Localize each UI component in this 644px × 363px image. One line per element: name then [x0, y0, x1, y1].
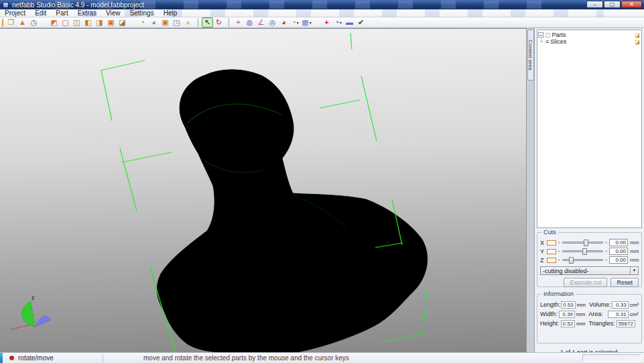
execute-cut-button[interactable]: Execute cut	[564, 278, 607, 287]
menu-item-project[interactable]: Project	[0, 9, 30, 17]
slider-right-arrow-icon[interactable]: ›	[605, 240, 607, 246]
menu-item-extras[interactable]: Extras	[73, 9, 101, 17]
toolbar: ❐▲◷◩▢◫◧◨▣◪◔◕▣◳⌕↖↻⌖◍∠◎◕◔▾▦▾+◔▾▬✔	[0, 17, 644, 28]
toolbar-separator	[229, 18, 229, 27]
close-button[interactable]: ✕	[621, 1, 642, 8]
rotate-move-tool-button[interactable]: ↻	[213, 17, 224, 28]
information-group-label: Information	[541, 291, 576, 297]
view-left-icon: ◧	[84, 19, 91, 26]
cut-plane-swatch[interactable]	[547, 240, 556, 246]
zoom-window-button[interactable]: ◳	[171, 17, 182, 28]
snapshot-button[interactable]: ▦▾	[301, 17, 312, 28]
cut-slider-x[interactable]	[562, 242, 604, 244]
slider-left-arrow-icon[interactable]: ‹	[558, 240, 560, 246]
project-history-button[interactable]: ◷	[28, 17, 40, 28]
menu-item-settings[interactable]: Settings	[125, 9, 159, 17]
repair-status-button[interactable]: ◕	[278, 17, 289, 28]
auto-repair-icon: ◔	[334, 19, 339, 26]
cut-value-x[interactable]: 0.00	[609, 239, 628, 246]
zoom-window-icon: ◳	[173, 19, 180, 26]
zoom-all-icon: ◔	[140, 19, 145, 26]
repair-part-button[interactable]: +	[321, 17, 332, 28]
open-project-button[interactable]: ❐	[5, 17, 17, 28]
view-isometric-icon: ◩	[50, 19, 57, 26]
cut-slider-y[interactable]	[562, 250, 604, 252]
axis-plane-blue	[35, 316, 51, 327]
info-value: 0.52	[561, 320, 576, 327]
toolbar-group-file: ❐▲◷	[5, 17, 40, 28]
slider-left-arrow-icon[interactable]: ‹	[558, 249, 560, 254]
zoom-parts-button[interactable]: ◕	[148, 17, 159, 28]
cut-row-x: X‹›0.00mm	[540, 238, 639, 247]
snapshot-icon: ▦	[302, 19, 308, 26]
reset-button[interactable]: Reset	[610, 278, 639, 287]
view-bottom-button[interactable]: ◪	[117, 17, 128, 28]
apply-check-button[interactable]: ✔	[355, 17, 367, 28]
cut-unit: mm	[630, 257, 639, 263]
auto-repair-button[interactable]: ◔▾	[332, 17, 344, 28]
magnifier-button[interactable]: ⌕	[182, 17, 194, 28]
view-left-button[interactable]: ◧	[82, 17, 94, 28]
maximize-button[interactable]: ▢	[604, 1, 621, 8]
measure-capsule-button[interactable]: ▬	[344, 17, 355, 28]
repair-part-icon: +	[324, 19, 328, 26]
slice-visibility-icon[interactable]: ◪	[635, 39, 640, 45]
menu-item-view[interactable]: View	[101, 9, 125, 17]
slider-right-arrow-icon[interactable]: ›	[605, 249, 607, 254]
info-label: Width:	[540, 311, 558, 317]
slider-thumb[interactable]	[582, 248, 587, 255]
view-top-button[interactable]: ▣	[105, 17, 117, 28]
slider-thumb[interactable]	[569, 257, 574, 264]
view-front-button[interactable]: ▢	[60, 17, 71, 28]
slider-right-arrow-icon[interactable]: ›	[605, 258, 607, 263]
minimize-button[interactable]: –	[586, 1, 603, 8]
chevron-down-icon[interactable]: ▼	[630, 267, 638, 274]
measure-point-icon: ⌖	[236, 19, 240, 26]
record-dot-icon	[9, 356, 14, 360]
viewport-3d[interactable]: z	[0, 28, 526, 352]
statistics-button[interactable]: ◔▾	[289, 17, 301, 28]
cut-plane-swatch[interactable]	[547, 258, 556, 263]
slider-thumb[interactable]	[584, 240, 588, 246]
toolbar-group-select-tools: ↖↻	[202, 17, 224, 28]
cut-value-z[interactable]: 0.00	[609, 256, 628, 264]
menu-item-help[interactable]: Help	[159, 9, 182, 17]
tree-expander[interactable]: −	[538, 32, 543, 38]
zoom-all-button[interactable]: ◔	[137, 17, 148, 28]
tree-item-parts[interactable]: −◫Parts◪	[538, 32, 641, 38]
axis-plane-green	[21, 301, 35, 327]
select-arrow-button[interactable]: ↖	[202, 17, 213, 28]
toolbar-group-zoom: ◔◕▣◳⌕	[137, 17, 194, 28]
menu-item-part[interactable]: Part	[51, 9, 72, 17]
measure-point-button[interactable]: ⌖	[233, 17, 244, 28]
bust-model[interactable]	[154, 62, 436, 353]
view-back-icon: ◫	[73, 19, 80, 26]
repair-status-icon: ◕	[281, 19, 286, 26]
project-history-icon: ◷	[31, 19, 38, 26]
view-isometric-button[interactable]: ◩	[48, 17, 60, 28]
add-part-button[interactable]: ▲	[17, 17, 28, 28]
info-label: Area:	[588, 311, 606, 317]
cutting-mode-value: -cutting disabled-	[543, 268, 589, 274]
netfabb-window: netfabb Studio Basic 4.9 - model.fabbpro…	[0, 0, 644, 363]
cut-value-y[interactable]: 0.00	[609, 248, 628, 255]
cut-slider-z[interactable]	[562, 259, 604, 261]
view-back-button[interactable]: ◫	[71, 17, 82, 28]
cut-plane-swatch[interactable]	[547, 249, 556, 254]
cut-row-y: Y‹›0.00mm	[540, 247, 639, 256]
measure-angle-button[interactable]: ∠	[255, 17, 267, 28]
axis-label: Y	[540, 248, 545, 255]
info-row: Width:0.39mmArea:0.31cm²	[540, 309, 639, 319]
measure-sphere-button[interactable]: ◍	[244, 17, 255, 28]
menu-item-edit[interactable]: Edit	[30, 9, 51, 17]
context-area-tab[interactable]: Context area	[527, 30, 534, 81]
view-right-button[interactable]: ◨	[94, 17, 105, 28]
zoom-selection-button[interactable]: ▣	[159, 17, 171, 28]
tree-item-label: Slices	[550, 38, 633, 45]
globe-button[interactable]: ◎	[267, 17, 278, 28]
tree-item-slices[interactable]: └≡Slices◪	[538, 38, 641, 45]
slider-left-arrow-icon[interactable]: ‹	[558, 258, 560, 263]
context-tab-strip: Context area	[526, 28, 534, 352]
cutting-mode-select[interactable]: -cutting disabled- ▼	[540, 266, 639, 275]
part-visibility-icon[interactable]: ◪	[635, 32, 640, 38]
